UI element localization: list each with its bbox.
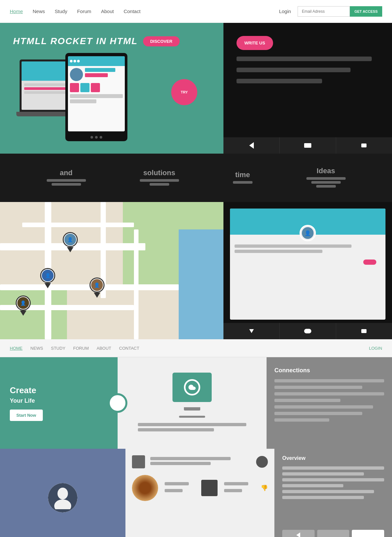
hero-headline: HTMLL ROCKET IN HTML DISCOVER (13, 36, 210, 46)
pause-icon (304, 143, 311, 148)
stat-number-1: and (47, 169, 86, 177)
br-bar-6 (282, 496, 364, 499)
bottom-cards-section: 👎 Overview (0, 449, 392, 537)
features-subtitle: Your Life (10, 397, 108, 404)
map-pin-icon (249, 329, 254, 333)
map-card-avatar: 👤 (300, 225, 316, 241)
hero-badge[interactable]: DISCOVER (143, 36, 180, 46)
avatar-2: 👤 (42, 270, 54, 281)
bc-thumbs-down[interactable]: 👎 (261, 484, 268, 492)
map-pin-4[interactable]: 👤 (16, 295, 31, 316)
map-section: 👤 👤 👤 👤 👤 (0, 202, 392, 339)
map-nav-rect[interactable] (336, 323, 392, 339)
pin-tail-4 (20, 310, 26, 316)
second-nav-about[interactable]: ABOUT (97, 346, 111, 351)
stat-bar-4c (316, 185, 336, 188)
hero-right-bar-1 (237, 57, 372, 61)
nav-home[interactable]: Home (10, 8, 23, 14)
hero-right-bar-3 (237, 79, 322, 83)
hero-nav-back[interactable] (223, 137, 280, 154)
stat-bar-4a (306, 177, 346, 180)
second-nav-study[interactable]: STUDY (51, 346, 65, 351)
hero-circle-badge[interactable]: TRY (171, 79, 197, 105)
br-bar-2 (282, 472, 364, 476)
bc-text-1 (150, 457, 251, 467)
stat-number-4: Ideas (306, 167, 346, 175)
write-us-button[interactable]: WRITE US (237, 36, 273, 50)
bc-icon-round-1 (256, 456, 268, 468)
hero-left: HTMLL ROCKET IN HTML DISCOVER (0, 23, 223, 154)
features-center (118, 357, 267, 449)
stat-item-4: Ideas (306, 167, 346, 189)
bottom-btn-2[interactable] (317, 530, 350, 537)
prev-icon (296, 532, 300, 537)
map-card-header: 👤 (230, 209, 385, 235)
hero-headline-text: HTMLL ROCKET IN HTML (13, 36, 138, 46)
map-pin-3[interactable]: 👤 (90, 277, 105, 298)
nav-study[interactable]: Study (55, 8, 67, 14)
tablet-dot-3 (100, 136, 102, 139)
pin-avatar-3: 👤 (90, 277, 105, 293)
features-monitor (172, 373, 212, 402)
stat-bar-1a (47, 179, 86, 182)
nav-about[interactable]: About (101, 8, 114, 14)
stat-bar-3a (233, 181, 253, 184)
get-access-button[interactable]: GET ACCESS (350, 6, 382, 17)
monitor-base (179, 416, 205, 418)
fr-bar-6 (274, 412, 362, 415)
map-card-bar-2 (235, 250, 322, 253)
fr-bar-5 (274, 405, 373, 409)
fr-bar-1 (274, 379, 384, 382)
stat-item-3: time (233, 171, 253, 185)
rect-icon (361, 329, 367, 333)
avatar-1: 👤 (64, 234, 76, 245)
second-nav-login[interactable]: LOGIN (369, 346, 382, 351)
features-section: Create Your Life Start Now Connections (0, 357, 392, 449)
second-nav-contact[interactable]: CONTACT (119, 346, 139, 351)
features-title: Create (10, 385, 108, 395)
second-nav-news[interactable]: NEWS (30, 346, 43, 351)
email-input[interactable] (298, 6, 350, 17)
nav-contact[interactable]: Contact (123, 8, 140, 14)
nav-login-link[interactable]: Login (279, 8, 291, 14)
map-pin-1[interactable]: 👤 (63, 232, 78, 252)
bc-text-bar-1a (150, 457, 231, 460)
second-nav-forum[interactable]: FORUM (73, 346, 89, 351)
hero-right: WRITE US (223, 23, 392, 154)
nav-links: Home News Study Forum About Contact (10, 8, 279, 14)
tablet-home-bar (90, 136, 102, 139)
hero-right-bar-2 (237, 68, 351, 72)
second-nav-home[interactable]: HOME (10, 346, 23, 351)
road-v-3 (134, 229, 139, 339)
features-right-title: Connections (274, 367, 384, 374)
bottom-btn-3[interactable] (352, 530, 384, 537)
nav-forum[interactable]: Forum (77, 8, 91, 14)
cloud-icon (304, 329, 311, 333)
hero-nav-play[interactable] (336, 137, 392, 154)
stat-number-2: solutions (140, 169, 179, 177)
bottom-center-card: 👎 (125, 449, 274, 537)
bc-row-1 (132, 455, 268, 468)
hero-section: HTMLL ROCKET IN HTML DISCOVER (0, 23, 392, 154)
map-like-button[interactable] (363, 260, 376, 265)
tablet-screen (68, 56, 125, 131)
fr-bar-3 (274, 392, 384, 395)
map-pin-2[interactable]: 👤 (40, 268, 55, 288)
play-icon (361, 143, 367, 147)
hero-nav-pause[interactable] (280, 137, 336, 154)
features-start-button[interactable]: Start Now (10, 410, 43, 421)
map-nav-pin[interactable] (223, 323, 280, 339)
features-circle-decoration (108, 393, 127, 413)
br-bar-1 (282, 466, 384, 470)
fr-bar-7 (274, 418, 329, 422)
avatar-4: 👤 (17, 297, 29, 309)
back-icon (249, 142, 254, 149)
nav-news[interactable]: News (33, 8, 45, 14)
small-photo (201, 480, 218, 496)
features-right: Connections (267, 357, 392, 449)
bottom-right-card: Overview (274, 449, 392, 537)
map-area: 👤 👤 👤 👤 (0, 202, 223, 339)
bottom-btn-1[interactable] (282, 530, 315, 537)
bc-text-bar-1b (150, 462, 211, 465)
map-nav-cloud[interactable] (280, 323, 336, 339)
